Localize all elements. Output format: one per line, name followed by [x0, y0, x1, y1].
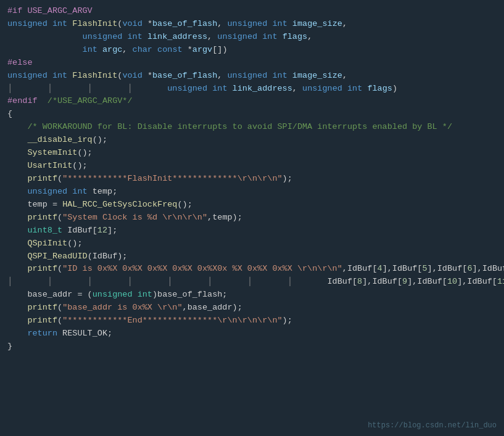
code-line: unsigned int FlashInit(void *base_of_fla…	[7, 70, 497, 83]
code-line: QSPI_ReadUID(IdBuf);	[7, 250, 497, 263]
code-line: int argc, char const *argv[])	[7, 44, 497, 57]
code-line: /* WORKAROUND for BL: Disable interrupts…	[7, 121, 497, 134]
code-line: return RESULT_OK;	[7, 327, 497, 340]
code-line: base_addr = (unsigned int)base_of_flash;	[7, 289, 497, 302]
code-line: SystemInit();	[7, 147, 497, 160]
code-line: QSpiInit();	[7, 237, 497, 250]
code-line: #if USE_ARGC_ARGV	[7, 5, 497, 18]
code-line: │ │ │ │ │ │ │ │ IdBuf[8],IdBuf[9],IdBuf[…	[7, 276, 497, 289]
watermark: https://blog.csdn.net/lin_duo	[368, 421, 497, 430]
code-line: UsartInit();	[7, 160, 497, 173]
code-line: uint8_t IdBuf[12];	[7, 224, 497, 237]
code-line: printf("base_addr is 0x%X \r\n",base_add…	[7, 302, 497, 315]
code-line: {	[7, 108, 497, 121]
code-line: #else	[7, 57, 497, 70]
code-line: unsigned int temp;	[7, 186, 497, 199]
code-line: printf("ID is 0x%X 0x%X 0x%X 0x%X 0x%X0x…	[7, 263, 497, 276]
code-line: unsigned int FlashInit(void *base_of_fla…	[7, 18, 497, 31]
code-line: printf("************End***************\r…	[7, 315, 497, 327]
code-line: #endif /*USE_ARGC_ARGV*/	[7, 95, 497, 108]
code-line: __disable_irq();	[7, 134, 497, 147]
code-line: │ │ │ │ unsigned int link_address, unsig…	[7, 83, 497, 96]
code-editor: #if USE_ARGC_ARGV unsigned int FlashInit…	[0, 0, 504, 436]
code-line: printf("************FlashInit***********…	[7, 173, 497, 186]
code-line: printf("System Clock is %d \r\n\r\n",tem…	[7, 212, 497, 224]
code-line: }	[7, 340, 497, 353]
code-line: unsigned int link_address, unsigned int …	[7, 31, 497, 44]
code-line: temp = HAL_RCC_GetSysClockFreq();	[7, 199, 497, 212]
